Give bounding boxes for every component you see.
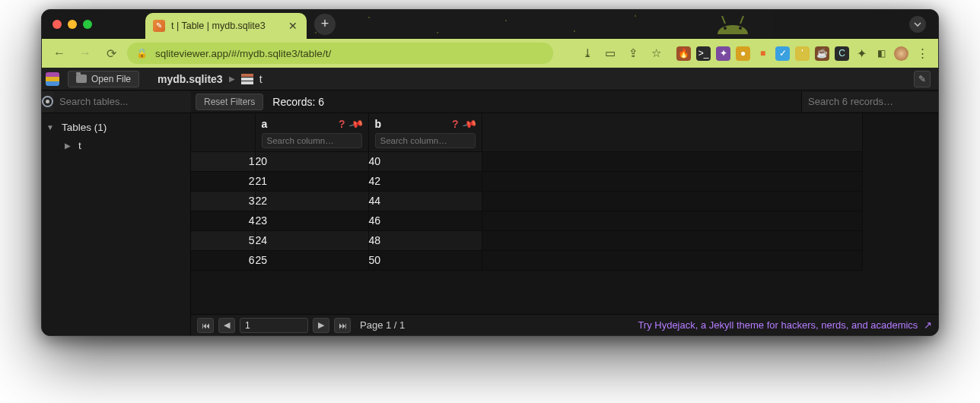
forward-button[interactable]: → xyxy=(75,43,95,63)
next-page-button[interactable]: ▶ xyxy=(313,318,329,333)
cell-spacer xyxy=(482,230,862,250)
prev-page-button[interactable]: ◀ xyxy=(218,318,235,333)
tab-close-icon[interactable]: ✕ xyxy=(287,20,299,32)
extension-icon[interactable]: ' xyxy=(795,46,810,61)
new-tab-button[interactable]: + xyxy=(314,14,336,35)
table-name[interactable]: t xyxy=(259,73,262,85)
cell[interactable]: 48 xyxy=(368,230,482,250)
svg-rect-6 xyxy=(241,81,253,84)
profile-avatar[interactable] xyxy=(894,46,908,61)
table-row[interactable]: 2 21 42 xyxy=(191,171,862,191)
close-window-button[interactable] xyxy=(52,20,62,29)
db-name[interactable]: mydb.sqlite3 xyxy=(158,73,223,85)
side-panel-icon[interactable]: ◧ xyxy=(874,46,889,61)
tree-table-item[interactable]: ▶ t xyxy=(42,136,190,154)
cell[interactable]: 40 xyxy=(368,151,482,171)
column-header-a[interactable]: a ? 📌 xyxy=(255,113,368,151)
edit-button[interactable]: ✎ xyxy=(914,71,931,87)
reload-button[interactable]: ⟳ xyxy=(101,43,121,63)
first-page-button[interactable]: ⏮ xyxy=(197,318,214,333)
cell[interactable]: 23 xyxy=(255,211,368,230)
cell[interactable]: 21 xyxy=(255,171,368,191)
cell[interactable]: 50 xyxy=(368,250,482,270)
tables-heading: Tables (1) xyxy=(62,122,107,133)
promo-link[interactable]: Try Hydejack, a Jekyll theme for hackers… xyxy=(638,319,932,331)
extension-icons: 🔥 >_ ✦ ● ■ ✓ ' ☕ C ✦ ◧ ⋮ xyxy=(676,45,931,62)
type-unknown-icon[interactable]: ? xyxy=(452,118,459,130)
tab-overflow-button[interactable] xyxy=(909,16,926,33)
sqlite-viewer-app: Open File mydb.sqlite3 ▶ t ✎ ▼ xyxy=(42,68,938,335)
row-number: 6 xyxy=(191,250,255,270)
cell[interactable]: 20 xyxy=(255,151,368,171)
column-search-input[interactable] xyxy=(375,133,476,148)
cell-spacer xyxy=(482,250,862,270)
cell[interactable]: 44 xyxy=(368,191,482,211)
android-decoration xyxy=(710,9,756,38)
extension-icon[interactable]: 🔥 xyxy=(676,46,691,61)
install-app-icon[interactable]: ⤓ xyxy=(579,45,596,62)
table-row[interactable]: 6 25 50 xyxy=(191,250,862,270)
reset-filters-button[interactable]: Reset Filters xyxy=(196,94,263,110)
cell[interactable]: 46 xyxy=(368,211,482,230)
extension-icon[interactable]: C xyxy=(835,46,849,61)
omnibox[interactable]: 🔒 sqliteviewer.app/#/mydb.sqlite3/table/… xyxy=(127,43,553,64)
search-records-input[interactable] xyxy=(801,92,938,112)
table-row[interactable]: 1 20 40 xyxy=(191,151,862,171)
cell-spacer xyxy=(482,151,862,171)
pin-icon[interactable]: 📌 xyxy=(461,116,477,132)
page-icon[interactable]: ▭ xyxy=(602,45,619,62)
row-number: 5 xyxy=(191,230,255,250)
bookmark-icon[interactable]: ☆ xyxy=(648,45,664,62)
last-page-button[interactable]: ⏭ xyxy=(334,318,351,333)
extension-icon[interactable]: ✓ xyxy=(775,46,790,61)
disclosure-closed-icon: ▶ xyxy=(65,141,71,150)
settings-button[interactable] xyxy=(42,91,53,113)
extension-icon[interactable]: >_ xyxy=(696,46,711,61)
maximize-window-button[interactable] xyxy=(83,20,92,29)
share-icon[interactable]: ⇪ xyxy=(625,45,641,62)
kebab-menu-icon[interactable]: ⋮ xyxy=(914,45,931,62)
cell-spacer xyxy=(482,191,862,211)
minimize-window-button[interactable] xyxy=(68,20,77,29)
tree-group[interactable]: ▼ Tables (1) xyxy=(42,118,190,136)
pin-icon[interactable]: 📌 xyxy=(348,116,364,132)
cell[interactable]: 25 xyxy=(255,250,368,270)
cell[interactable]: 42 xyxy=(368,171,482,191)
table-row[interactable]: 5 24 48 xyxy=(191,230,862,250)
type-unknown-icon[interactable]: ? xyxy=(339,118,345,130)
back-button[interactable]: ← xyxy=(49,43,69,63)
page-label: Page 1 / 1 xyxy=(360,319,405,331)
svg-rect-4 xyxy=(241,74,253,77)
extension-icon[interactable]: ● xyxy=(736,46,750,61)
svg-point-0 xyxy=(724,27,727,30)
data-grid[interactable]: a ? 📌 xyxy=(191,113,938,314)
extension-icon[interactable]: ✦ xyxy=(716,46,730,61)
external-link-icon: ↗ xyxy=(924,319,932,331)
url-text: sqliteviewer.app/#/mydb.sqlite3/table/t/ xyxy=(155,48,331,59)
data-pane: Reset Filters Records: 6 xyxy=(191,90,938,335)
page-input[interactable] xyxy=(240,318,308,333)
extension-icon[interactable]: ☕ xyxy=(815,46,829,61)
cell-spacer xyxy=(482,171,862,191)
breadcrumb-separator-icon: ▶ xyxy=(229,75,235,83)
table-icon xyxy=(241,74,253,84)
svg-line-3 xyxy=(740,16,743,24)
svg-line-2 xyxy=(722,16,725,24)
extensions-menu-icon[interactable]: ✦ xyxy=(854,46,869,61)
open-file-button[interactable]: Open File xyxy=(68,71,139,87)
column-header-spacer xyxy=(482,113,862,151)
gear-icon xyxy=(42,96,53,107)
cell[interactable]: 24 xyxy=(255,230,368,250)
table-row[interactable]: 3 22 44 xyxy=(191,191,862,211)
column-header-b[interactable]: b ? 📌 xyxy=(368,113,482,151)
records-count: Records: 6 xyxy=(272,96,324,108)
row-number: 1 xyxy=(191,151,255,171)
app-logo xyxy=(42,68,63,90)
tree-table-name: t xyxy=(78,140,81,151)
table-row[interactable]: 4 23 46 xyxy=(191,211,862,230)
browser-tab[interactable]: ✎ t | Table | mydb.sqlite3 ✕ xyxy=(145,13,307,39)
cell[interactable]: 22 xyxy=(255,191,368,211)
column-search-input[interactable] xyxy=(262,133,362,148)
search-tables-input[interactable] xyxy=(53,91,193,113)
extension-icon[interactable]: ■ xyxy=(756,46,770,61)
